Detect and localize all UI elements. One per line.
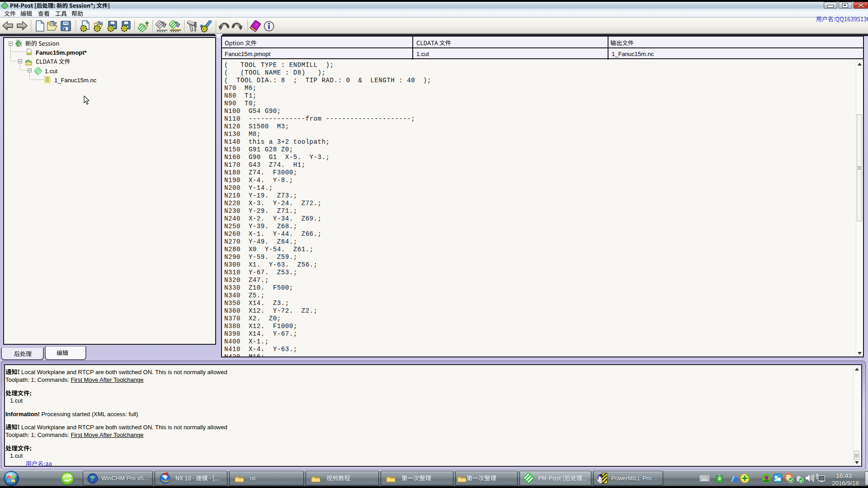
svg-text:?: ? — [90, 475, 94, 482]
